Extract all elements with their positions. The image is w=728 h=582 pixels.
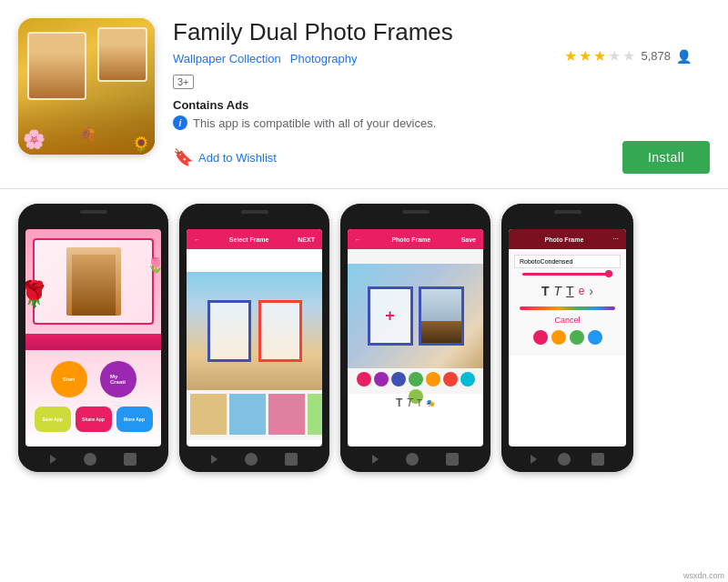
empty-frame: + bbox=[368, 286, 413, 346]
text-tool-T: T bbox=[396, 396, 402, 409]
screen4-title: Photo Frame bbox=[545, 236, 584, 243]
age-rating: 3+ bbox=[173, 75, 194, 89]
screen2-back: ← bbox=[194, 236, 200, 243]
category-photography[interactable]: Photography bbox=[290, 52, 358, 65]
recent-btn-3 bbox=[446, 453, 459, 466]
screen3-title: Photo Frame bbox=[391, 236, 430, 243]
text-tool-icon2: T bbox=[406, 396, 412, 409]
bookmark-icon: 🔖 bbox=[173, 147, 193, 167]
style-bold: T bbox=[541, 284, 550, 298]
screenshot-3: ← Photo Frame Save + bbox=[340, 204, 490, 472]
star-4: ★ bbox=[608, 47, 621, 65]
style-italic: T bbox=[554, 284, 562, 298]
frame-right bbox=[258, 300, 302, 362]
screenshot-2: ← Select Frame NEXT bbox=[179, 204, 329, 472]
screen-3: ← Photo Frame Save + bbox=[348, 229, 483, 447]
wishlist-button[interactable]: 🔖 Add to Wishlist bbox=[173, 147, 277, 167]
star-3: ★ bbox=[593, 47, 606, 65]
action-row: 🔖 Add to Wishlist Install bbox=[173, 141, 710, 174]
contains-ads-label: Contains Ads bbox=[173, 98, 710, 112]
screen3-back: ← bbox=[355, 236, 361, 243]
home-btn-3 bbox=[406, 453, 419, 466]
cancel-btn[interactable]: Cancel bbox=[514, 316, 621, 325]
back-btn-4 bbox=[531, 455, 537, 464]
app-header-section: 🌸 🌻 🍂 Family Dual Photo Frames ★ ★ ★ ★ ★… bbox=[0, 0, 728, 189]
screen-4: Photo Frame ⋯ RobotoCondensed T T T e › bbox=[509, 229, 626, 447]
text-tool-icon3: T bbox=[417, 398, 422, 408]
screenshot-4: Photo Frame ⋯ RobotoCondensed T T T e › bbox=[501, 204, 633, 472]
recent-btn-2 bbox=[285, 453, 298, 466]
save-app-btn: Save App bbox=[35, 406, 71, 432]
star-rating: ★ ★ ★ ★ ★ bbox=[564, 47, 635, 65]
recent-btn-4 bbox=[592, 453, 604, 466]
screen-1: 🌹 🌷 Start MyCreati Save App Share App Mo… bbox=[25, 229, 161, 447]
back-btn-3 bbox=[372, 455, 379, 464]
category-wallpaper[interactable]: Wallpaper Collection bbox=[173, 52, 281, 65]
more-btn: More App bbox=[116, 406, 153, 432]
install-button[interactable]: Install bbox=[622, 141, 710, 174]
rating-section: ★ ★ ★ ★ ★ 5,878 👤 bbox=[564, 47, 692, 65]
screen3-save: Save bbox=[461, 236, 476, 243]
screenshot-1: 🌹 🌷 Start MyCreati Save App Share App Mo… bbox=[18, 204, 168, 472]
back-btn-2 bbox=[211, 455, 217, 464]
wishlist-label: Add to Wishlist bbox=[198, 151, 277, 165]
screenshots-section: 🌹 🌷 Start MyCreati Save App Share App Mo… bbox=[0, 189, 728, 487]
share-app-btn: Share App bbox=[76, 406, 112, 432]
recent-btn bbox=[124, 453, 136, 466]
photo-frame bbox=[419, 286, 464, 346]
style-color: e bbox=[579, 285, 585, 297]
back-btn bbox=[50, 455, 56, 464]
compat-text: This app is compatible with all of your … bbox=[193, 116, 436, 130]
screen2-title: Select Frame bbox=[229, 236, 269, 243]
compat-row: i This app is compatible with all of you… bbox=[173, 115, 710, 130]
home-btn-4 bbox=[558, 453, 571, 466]
frame-left bbox=[207, 300, 251, 362]
watermark: wsxdn.com bbox=[683, 571, 724, 580]
font-name-box: RobotoCondensed bbox=[514, 255, 621, 268]
app-info: Family Dual Photo Frames ★ ★ ★ ★ ★ 5,878… bbox=[173, 18, 710, 174]
person-icon: 👤 bbox=[676, 49, 692, 64]
screen2-next: NEXT bbox=[298, 236, 315, 243]
star-1: ★ bbox=[564, 47, 577, 65]
app-title: Family Dual Photo Frames bbox=[173, 18, 710, 46]
star-5: ★ bbox=[622, 47, 635, 65]
start-btn: Start bbox=[51, 361, 87, 397]
app-icon: 🌸 🌻 🍂 bbox=[18, 18, 155, 155]
my-creation-btn: MyCreati bbox=[100, 361, 136, 397]
screen-2: ← Select Frame NEXT bbox=[187, 229, 322, 447]
star-2: ★ bbox=[579, 47, 592, 65]
home-btn-2 bbox=[245, 453, 258, 466]
rating-count: 5,878 bbox=[641, 49, 671, 63]
screen4-dots: ⋯ bbox=[612, 236, 619, 243]
style-arrow: › bbox=[589, 284, 593, 298]
home-btn bbox=[84, 453, 96, 466]
info-icon: i bbox=[173, 115, 187, 130]
style-underline: T bbox=[566, 284, 574, 298]
sticker-icon: 🎭 bbox=[426, 399, 435, 407]
